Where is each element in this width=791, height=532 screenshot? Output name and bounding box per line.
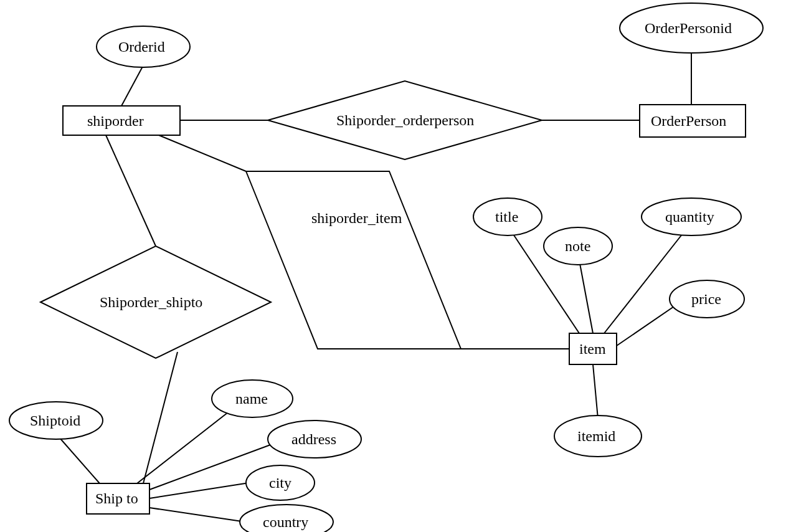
label-attr-price: price xyxy=(691,291,721,307)
edge-rel-shipto-shipto xyxy=(143,352,178,483)
edge-item-note xyxy=(579,260,593,333)
label-attr-country: country xyxy=(263,514,308,530)
edge-shiporder-rel-item-a xyxy=(159,135,246,171)
edge-item-price xyxy=(617,305,676,346)
label-attr-orderpersonid: OrderPersonid xyxy=(645,20,732,36)
edge-shipto-country xyxy=(149,508,246,522)
edge-shipto-name xyxy=(137,408,234,483)
label-attr-city: city xyxy=(269,475,291,491)
label-rel-shiporder-item: shiporder_item xyxy=(311,210,402,226)
edge-shipto-city xyxy=(149,483,249,498)
edge-item-itemid xyxy=(593,364,598,419)
edge-shipto-shiptoid xyxy=(59,437,100,483)
label-attr-orderid: Orderid xyxy=(118,39,165,55)
edge-shiporder-rel-shipto xyxy=(106,135,156,246)
label-attr-note: note xyxy=(565,238,590,254)
edge-item-quantity xyxy=(604,230,685,333)
label-attr-name: name xyxy=(235,391,268,407)
label-entity-shipto: Ship to xyxy=(95,490,138,506)
label-attr-shiptoid: Shiptoid xyxy=(30,412,80,429)
label-entity-item: item xyxy=(579,341,606,357)
label-attr-title: title xyxy=(495,209,518,225)
label-rel-shiporder-shipto: Shiporder_shipto xyxy=(100,294,202,310)
label-entity-shiporder: shiporder xyxy=(87,113,144,129)
label-attr-quantity: quantity xyxy=(665,209,714,225)
label-attr-address: address xyxy=(291,431,336,447)
rel-shiporder-item xyxy=(246,171,461,349)
label-rel-shiporder-orderperson: Shiporder_orderperson xyxy=(336,112,474,128)
label-entity-orderperson: OrderPerson xyxy=(651,113,726,129)
edge-orderid-shiporder xyxy=(121,65,143,106)
label-attr-itemid: itemid xyxy=(577,428,615,444)
